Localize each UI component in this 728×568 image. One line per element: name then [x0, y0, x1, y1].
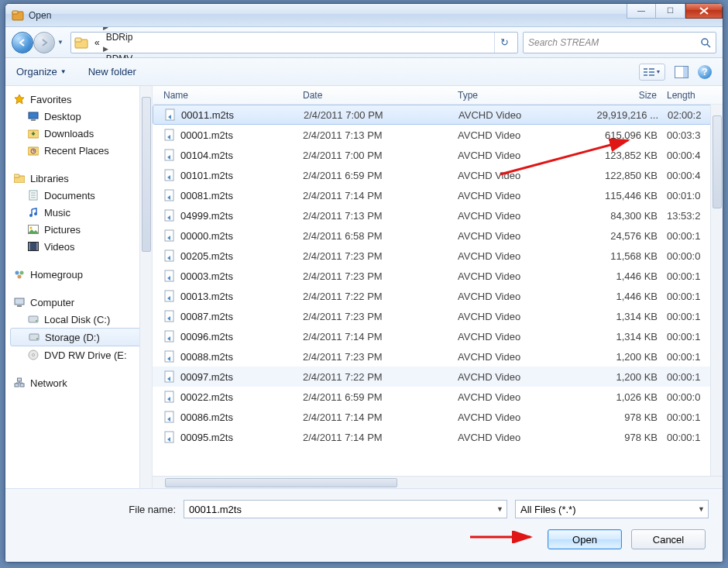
file-row[interactable]: 00095.m2ts2/4/2011 7:14 PMAVCHD Video978… — [153, 427, 723, 447]
file-row[interactable]: 00081.m2ts2/4/2011 7:14 PMAVCHD Video115… — [153, 185, 723, 205]
svg-point-35 — [18, 275, 22, 279]
search-icon — [700, 37, 711, 48]
filelist-hscrollbar[interactable] — [153, 476, 723, 488]
breadcrumb-prefix[interactable]: « — [91, 37, 103, 48]
sidebar-item[interactable]: Pictures — [10, 221, 152, 238]
file-row[interactable]: 04999.m2ts2/4/2011 7:13 PMAVCHD Video84,… — [153, 205, 723, 225]
sidebar-group[interactable]: Favorites — [10, 91, 152, 108]
file-row[interactable]: 00001.m2ts2/4/2011 7:13 PMAVCHD Video615… — [153, 125, 723, 145]
svg-rect-63 — [165, 432, 173, 442]
sidebar-item[interactable]: Videos — [10, 238, 152, 255]
sidebar-item[interactable]: Storage (D:) — [10, 328, 144, 346]
svg-point-39 — [36, 320, 37, 322]
close-button[interactable] — [685, 3, 723, 19]
file-icon — [163, 350, 176, 363]
column-header-date[interactable]: Date — [298, 90, 453, 101]
breadcrumb-item[interactable]: BDRip — [103, 32, 160, 43]
svg-rect-32 — [36, 243, 38, 250]
file-row[interactable]: 00101.m2ts2/4/2011 6:59 PMAVCHD Video122… — [153, 165, 723, 185]
file-list[interactable]: 00011.m2ts2/4/2011 7:00 PMAVCHD Video29,… — [153, 105, 723, 476]
file-type-filter[interactable]: All Files (*.*) ▼ — [515, 500, 709, 518]
nav-history-dropdown[interactable]: ▼ — [55, 32, 66, 53]
file-row[interactable]: 00097.m2ts2/4/2011 7:22 PMAVCHD Video1,2… — [153, 367, 723, 387]
svg-rect-47 — [166, 109, 174, 120]
svg-rect-60 — [165, 371, 173, 382]
svg-point-4 — [702, 39, 708, 45]
tree-icon — [27, 349, 39, 361]
sidebar-group[interactable]: Libraries — [10, 170, 152, 187]
file-row[interactable]: 00205.m2ts2/4/2011 7:23 PMAVCHD Video11,… — [153, 246, 723, 266]
chevron-right-icon: ▶ — [103, 45, 108, 53]
svg-rect-52 — [165, 210, 173, 221]
back-button[interactable] — [12, 32, 33, 53]
svg-rect-55 — [165, 270, 173, 281]
column-header-type[interactable]: Type — [453, 90, 561, 101]
svg-line-5 — [707, 44, 710, 47]
file-icon — [163, 411, 176, 423]
sidebar-item[interactable]: Local Disk (C:) — [10, 311, 152, 328]
svg-rect-57 — [165, 311, 173, 322]
file-row[interactable]: 00003.m2ts2/4/2011 7:23 PMAVCHD Video1,4… — [153, 266, 723, 286]
search-input[interactable]: Search STREAM — [523, 32, 716, 53]
svg-rect-31 — [29, 243, 30, 250]
file-row[interactable]: 00096.m2ts2/4/2011 7:14 PMAVCHD Video1,3… — [153, 326, 723, 346]
column-header-size[interactable]: Size — [561, 90, 662, 101]
svg-rect-58 — [165, 331, 173, 342]
maximize-button[interactable]: ☐ — [656, 3, 685, 19]
sidebar-item[interactable]: Documents — [10, 187, 152, 204]
minimize-button[interactable]: — — [627, 3, 656, 19]
help-button[interactable]: ? — [698, 65, 712, 79]
file-row[interactable]: 00013.m2ts2/4/2011 7:22 PMAVCHD Video1,4… — [153, 286, 723, 306]
open-button[interactable]: Open — [548, 529, 622, 549]
preview-pane-button[interactable] — [675, 66, 689, 78]
nav-bar: ▼ « Storage (D:)▶Movies▶BDRip▶BDMV▶STREA… — [5, 27, 723, 58]
sidebar-item[interactable]: Music — [10, 204, 152, 221]
file-icon — [163, 330, 176, 343]
sidebar-group[interactable]: Network — [10, 374, 152, 391]
sidebar-group[interactable]: Computer — [10, 294, 152, 311]
tree-icon — [27, 223, 39, 236]
sidebar-item[interactable]: Recent Places — [10, 142, 152, 159]
svg-rect-56 — [165, 291, 173, 301]
svg-rect-7 — [644, 71, 647, 73]
file-row[interactable]: 00011.m2ts2/4/2011 7:00 PMAVCHD Video29,… — [153, 105, 723, 125]
svg-rect-16 — [31, 119, 36, 121]
svg-rect-54 — [165, 250, 173, 261]
sidebar-item[interactable]: DVD RW Drive (E: — [10, 346, 152, 363]
tree-icon — [28, 331, 40, 343]
column-header-name[interactable]: Name — [159, 90, 298, 101]
chevron-down-icon[interactable]: ▼ — [698, 505, 705, 513]
tree-icon — [13, 93, 26, 105]
filename-input[interactable]: 00011.m2ts ▼ — [184, 500, 507, 518]
navigation-sidebar: FavoritesDesktopDownloadsRecent PlacesLi… — [5, 86, 153, 488]
sidebar-item[interactable]: Downloads — [10, 125, 152, 142]
file-row[interactable]: 00086.m2ts2/4/2011 7:14 PMAVCHD Video978… — [153, 407, 723, 427]
organize-menu[interactable]: Organize ▼ — [16, 66, 67, 77]
svg-point-43 — [33, 354, 35, 356]
forward-button[interactable] — [33, 32, 55, 53]
new-folder-button[interactable]: New folder — [88, 66, 136, 77]
cancel-button[interactable]: Cancel — [631, 529, 706, 549]
file-icon — [163, 290, 176, 302]
svg-rect-45 — [20, 384, 24, 387]
tree-icon — [13, 172, 26, 184]
sidebar-item[interactable]: Desktop — [10, 108, 152, 125]
file-row[interactable]: 00000.m2ts2/4/2011 6:58 PMAVCHD Video24,… — [153, 225, 723, 246]
sidebar-group[interactable]: Homegroup — [10, 266, 152, 283]
sidebar-scrollbar[interactable] — [139, 86, 152, 488]
svg-rect-53 — [165, 230, 173, 241]
toolbar: Organize ▼ New folder ▼ ? — [5, 58, 723, 86]
file-row[interactable]: 00104.m2ts2/4/2011 7:00 PMAVCHD Video123… — [153, 145, 723, 165]
file-row[interactable]: 00022.m2ts2/4/2011 6:59 PMAVCHD Video1,0… — [153, 387, 723, 407]
breadcrumb-bar[interactable]: « Storage (D:)▶Movies▶BDRip▶BDMV▶STREAM▶… — [70, 32, 518, 53]
chevron-down-icon[interactable]: ▼ — [496, 505, 503, 513]
column-header-length[interactable]: Length — [662, 90, 716, 101]
filelist-vscrollbar[interactable] — [710, 105, 723, 476]
view-options-button[interactable]: ▼ — [639, 64, 665, 81]
refresh-button[interactable]: ↻ — [494, 33, 514, 53]
svg-rect-13 — [683, 67, 688, 77]
svg-point-41 — [36, 338, 38, 339]
filename-label: File name: — [120, 504, 176, 515]
file-row[interactable]: 00088.m2ts2/4/2011 7:23 PMAVCHD Video1,2… — [153, 346, 723, 367]
file-row[interactable]: 00087.m2ts2/4/2011 7:23 PMAVCHD Video1,3… — [153, 306, 723, 326]
